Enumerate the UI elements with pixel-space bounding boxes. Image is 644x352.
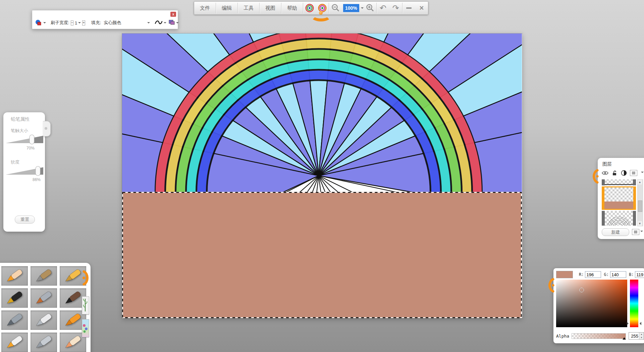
app-background: { "app": { "menus": ["文件", "编辑", "工具", "… [0,0,644,352]
layer-menu-button[interactable] [632,229,643,235]
tool-wood-pen[interactable] [31,266,57,286]
zoom-out-button[interactable] [329,2,342,14]
brush-size-value: 70% [26,146,35,151]
alpha-value[interactable]: 255 [629,333,639,339]
palette-handle-icon[interactable] [82,269,90,287]
layer-item-top[interactable] [602,179,636,185]
alpha-label: Alpha [556,334,572,339]
fill-dropdown-arrow-icon [147,22,150,25]
layer-item-selected[interactable] [602,186,636,210]
color-picker-handle-icon[interactable] [548,278,555,293]
tool-grid [1,266,86,352]
current-color-swatch [556,271,573,278]
zoom-in-button[interactable] [364,2,376,14]
minimize-button[interactable] [402,2,415,14]
alpha-spinbox[interactable]: 255 ▲ ▼ [629,332,644,340]
palette-page-plant-tab[interactable] [82,296,89,314]
menu-tools[interactable]: 工具 [238,2,259,14]
hue-marker-left-icon[interactable] [627,322,630,325]
layers-handle-icon[interactable] [592,169,599,184]
layer-options-list-icon[interactable] [630,170,637,176]
width-increase-button[interactable]: + [82,20,85,25]
menu-edit[interactable]: 编辑 [216,2,237,14]
menu-view[interactable]: 视图 [260,2,281,14]
new-layer-button[interactable]: 新建 [602,228,629,236]
scroll-down-icon[interactable]: ▼ [638,221,642,226]
blue-input[interactable] [635,271,644,278]
stroke-style-icon[interactable] [155,20,163,26]
panel-collapse-tab[interactable] [43,121,51,136]
layer-blend-halfmoon-icon[interactable] [621,170,627,176]
brush-options-toolbar: x 刷子宽度: − 1 + 填充: 实心颜色 [32,10,178,29]
palette-page-picture-tab[interactable] [82,319,89,337]
width-decrease-button[interactable]: − [71,20,73,25]
stroke-dropdown-arrow-icon[interactable] [164,22,166,25]
zoom-level-value[interactable]: 100% [343,4,359,12]
zoom-dropdown-arrow-icon[interactable] [361,7,364,10]
rainbow-artwork [122,34,522,318]
shape-dropdown-arrow-icon[interactable] [43,22,46,25]
hue-marker-right-icon[interactable] [638,322,641,325]
green-input[interactable] [610,271,626,278]
alpha-slider[interactable] [572,333,626,339]
red-input[interactable] [585,271,601,278]
saturation-value-field[interactable] [556,280,627,327]
hue-slider[interactable] [630,280,638,327]
tool-paint-brush[interactable] [31,288,57,308]
layer-item-rainbow[interactable] [602,211,636,226]
softness-label: 软度 [11,159,19,165]
layer-options-dropdown-arrow-icon[interactable] [641,172,644,174]
menu-file[interactable]: 文件 [194,2,216,14]
blend-dropdown-arrow-icon[interactable] [176,22,179,25]
brush-width-label: 刷子宽度: [51,20,69,26]
reset-button[interactable]: 重置 [15,216,35,224]
layer-scrollbar[interactable]: ▲ ▼ [637,179,643,226]
tool-fountain-pen[interactable] [1,288,28,308]
red-label: R: [579,272,584,277]
tool-airbrush[interactable] [1,310,28,330]
menu-help[interactable]: 帮助 [281,2,303,14]
main-toolbar: 文件 编辑 工具 视图 帮助 100% [194,1,428,15]
tool-paint-jar[interactable] [1,333,28,352]
shape-color-icon[interactable] [35,19,42,26]
color-picker-panel: R: G: B: Alpha 255 ▲ ▼ [553,268,644,343]
fill-mode-value: 实心颜色 [104,20,121,26]
scroll-up-icon[interactable]: ▲ [638,180,642,184]
layer-lock-icon[interactable] [611,170,618,176]
layers-panel-title: 图层 [602,161,612,167]
alpha-up-icon[interactable]: ▲ [639,333,644,336]
scrollbar-thumb[interactable] [638,200,642,212]
tool-pencil[interactable] [1,266,28,286]
tool-leaf-knife[interactable] [31,333,57,352]
sv-marker-icon[interactable] [579,288,584,292]
pencil-properties-panel: 铅笔属性 笔触大小 70% 软度 86% 重置 [3,112,45,232]
layers-panel: 图层 [598,158,644,239]
alpha-marker-icon[interactable] [623,337,626,340]
close-brush-toolbar-button[interactable]: x [170,12,176,17]
pencil-panel-title: 铅笔属性 [11,116,30,122]
green-label: G: [604,272,608,277]
alpha-down-icon[interactable]: ▼ [639,336,644,339]
fill-mode-select[interactable]: 实心颜色 [104,20,150,26]
blue-label: B: [629,272,634,277]
softness-value: 86% [33,177,41,182]
redo-button[interactable]: ↷ [389,2,402,14]
brush-width-value[interactable]: 1 [75,20,77,25]
layer-menu-dropdown-arrow-icon [640,231,643,233]
layer-blend-icon[interactable] [168,19,175,26]
layer-visibility-eye-icon[interactable] [602,170,608,176]
layer-list [602,179,636,226]
brush-size-label: 笔触大小 [11,128,28,134]
tool-palette-knife[interactable] [31,310,57,330]
softness-slider[interactable] [6,166,43,176]
brush-size-slider[interactable] [6,134,43,144]
tool-palette-panel [0,263,91,352]
width-dropdown-arrow-icon[interactable] [78,22,81,25]
undo-button[interactable]: ↶ [377,2,389,14]
fill-label: 填充: [91,20,101,26]
close-button[interactable]: × [415,2,428,14]
drawing-canvas[interactable] [122,34,522,318]
clown-nose-icon [319,11,323,15]
